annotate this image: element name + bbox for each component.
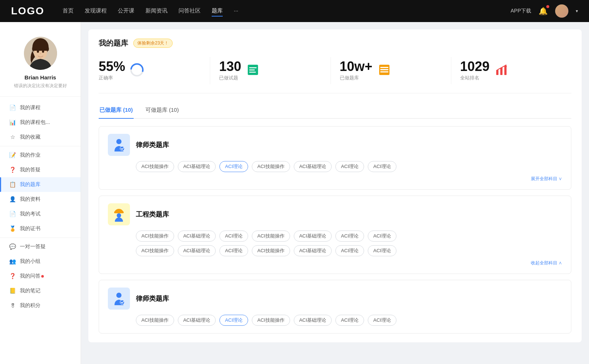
- rank-number: 1029: [460, 60, 490, 73]
- qbank-item-engineer: 工程类题库 ACI技能操作 ACI基础理论 ACI理论 ACI技能操作 ACI基…: [99, 196, 571, 274]
- page-header: 我的题库 体验剩余23天！: [99, 38, 571, 48]
- points-icon: 🎖: [9, 302, 16, 309]
- banks-label: 已做题库: [340, 75, 373, 81]
- qbank-footer-1: 展开全部科目 ∨: [108, 176, 562, 182]
- tag-1-4[interactable]: ACI基础理论: [294, 161, 332, 172]
- sidebar-item-notes[interactable]: 📒 我的笔记: [0, 283, 81, 298]
- sidebar-divider-2: [0, 238, 81, 238]
- tag-1-5[interactable]: ACI理论: [335, 161, 364, 172]
- svg-point-22: [117, 213, 121, 218]
- group-icon: 👥: [9, 258, 16, 265]
- tag-2-1[interactable]: ACI基础理论: [178, 231, 216, 242]
- lawyer-icon-1: [108, 134, 130, 156]
- nav-open-course[interactable]: 公开课: [118, 6, 134, 17]
- rank-label: 全站排名: [460, 75, 490, 81]
- svg-point-24: [120, 300, 124, 304]
- tag-2-2[interactable]: ACI理论: [219, 231, 248, 242]
- svg-rect-9: [249, 69, 255, 71]
- sidebar-item-homework[interactable]: 📝 我的作业: [0, 148, 81, 163]
- tab-available[interactable]: 可做题库 (10): [145, 104, 180, 118]
- nav-discover[interactable]: 发现课程: [85, 6, 107, 17]
- tag-2-4[interactable]: ACI基础理论: [294, 231, 332, 242]
- expand-button-1[interactable]: 展开全部科目 ∨: [531, 176, 562, 182]
- tabs-row: 已做题库 (10) 可做题库 (10): [99, 104, 571, 119]
- tag-2-9[interactable]: ACI理论: [219, 245, 248, 256]
- svg-rect-12: [380, 67, 388, 68]
- nav-more[interactable]: ···: [234, 6, 239, 17]
- tag-1-6[interactable]: ACI理论: [368, 161, 396, 172]
- svg-rect-15: [496, 70, 498, 75]
- stats-row: 55% 正确率 130 已做试题: [99, 57, 571, 93]
- sidebar-item-my-qa[interactable]: ❓ 我的问答: [0, 269, 81, 283]
- tag-3-6[interactable]: ACI理论: [368, 315, 396, 326]
- tag-2-6[interactable]: ACI理论: [368, 231, 396, 242]
- nav-qa[interactable]: 问答社区: [179, 6, 201, 17]
- tag-1-3[interactable]: ACI技能操作: [252, 161, 290, 172]
- user-avatar-nav[interactable]: [555, 4, 568, 18]
- svg-point-23: [116, 293, 121, 298]
- exam-icon: 📄: [9, 210, 16, 218]
- navbar: LOGO 首页 发现课程 公开课 新闻资讯 问答社区 题库 ··· APP下载 …: [0, 0, 589, 22]
- tag-3-2[interactable]: ACI理论: [219, 315, 248, 326]
- lawyer-icon-2: [108, 288, 130, 310]
- svg-rect-16: [500, 68, 502, 75]
- user-menu-chevron-icon[interactable]: ▾: [576, 8, 578, 14]
- stat-rank-value: 1029 全站排名: [460, 60, 490, 81]
- nav-qbank[interactable]: 题库: [212, 6, 223, 17]
- sidebar-item-one-on-one[interactable]: 💬 一对一答疑: [0, 239, 81, 254]
- qbank-name-3: 律师类题库: [136, 294, 169, 303]
- tag-3-4[interactable]: ACI基础理论: [294, 315, 332, 326]
- sidebar-item-course-package[interactable]: 📊 我的课程包...: [0, 115, 81, 130]
- app-download-link[interactable]: APP下载: [511, 8, 531, 14]
- sidebar-item-certificate[interactable]: 🏅 我的证书: [0, 221, 81, 236]
- tag-2-13[interactable]: ACI理论: [368, 245, 396, 256]
- sidebar-item-exam[interactable]: 📄 我的考试: [0, 207, 81, 221]
- accuracy-number: 55%: [99, 60, 125, 73]
- qbank-header-2: 工程类题库: [108, 203, 562, 225]
- qbank-tags-3: ACI技能操作 ACI基础理论 ACI理论 ACI技能操作 ACI基础理论 AC…: [108, 315, 562, 326]
- stat-questions: 130 已做试题: [210, 57, 331, 84]
- trial-badge: 体验剩余23天！: [133, 39, 173, 48]
- sidebar-item-favorites[interactable]: ☆ 我的收藏: [0, 130, 81, 144]
- tag-1-1[interactable]: ACI基础理论: [178, 161, 216, 172]
- profile-icon: 👤: [9, 196, 16, 203]
- sidebar-item-questions[interactable]: ❓ 我的答疑: [0, 163, 81, 177]
- sidebar-item-group[interactable]: 👥 我的小组: [0, 254, 81, 269]
- nav-home[interactable]: 首页: [63, 6, 74, 17]
- tag-2-10[interactable]: ACI技能操作: [252, 245, 290, 256]
- tag-2-7[interactable]: ACI技能操作: [136, 245, 174, 256]
- tag-1-0[interactable]: ACI技能操作: [136, 161, 174, 172]
- tag-2-0[interactable]: ACI技能操作: [136, 231, 174, 242]
- tag-1-2[interactable]: ACI理论: [219, 161, 248, 172]
- tag-3-1[interactable]: ACI基础理论: [178, 315, 216, 326]
- svg-rect-13: [380, 69, 388, 70]
- tag-2-5[interactable]: ACI理论: [335, 231, 364, 242]
- qbank-tags-1: ACI技能操作 ACI基础理论 ACI理论 ACI技能操作 ACI基础理论 AC…: [108, 161, 562, 172]
- notification-bell-icon[interactable]: 🔔: [539, 7, 548, 15]
- favorites-icon: ☆: [9, 133, 16, 141]
- sidebar-item-qbank[interactable]: 📋 我的题库: [0, 177, 81, 192]
- rank-icon: [494, 63, 509, 79]
- tag-2-8[interactable]: ACI基础理论: [178, 245, 216, 256]
- stat-accuracy: 55% 正确率: [99, 57, 210, 84]
- sidebar-item-points[interactable]: 🎖 我的积分: [0, 298, 81, 313]
- tab-done[interactable]: 已做题库 (10): [99, 104, 134, 118]
- sidebar-item-course[interactable]: 📄 我的课程: [0, 100, 81, 115]
- collapse-button[interactable]: 收起全部科目 ∧: [531, 260, 562, 266]
- stat-rank: 1029 全站排名: [451, 57, 571, 84]
- tag-3-5[interactable]: ACI理论: [335, 315, 364, 326]
- navbar-links: 首页 发现课程 公开课 新闻资讯 问答社区 题库 ···: [63, 6, 511, 17]
- course-package-icon: 📊: [9, 119, 16, 126]
- banks-icon: [377, 63, 392, 79]
- tag-3-0[interactable]: ACI技能操作: [136, 315, 174, 326]
- tag-2-3[interactable]: ACI技能操作: [252, 231, 290, 242]
- nav-news[interactable]: 新闻资讯: [145, 6, 167, 17]
- tag-2-12[interactable]: ACI理论: [335, 245, 364, 256]
- questions-number: 130: [219, 60, 241, 73]
- tag-2-11[interactable]: ACI基础理论: [294, 245, 332, 256]
- tag-3-3[interactable]: ACI技能操作: [252, 315, 290, 326]
- homework-icon: 📝: [9, 151, 16, 159]
- sidebar-item-profile[interactable]: 👤 我的资料: [0, 192, 81, 207]
- svg-point-19: [116, 139, 121, 144]
- notification-badge: [546, 5, 549, 8]
